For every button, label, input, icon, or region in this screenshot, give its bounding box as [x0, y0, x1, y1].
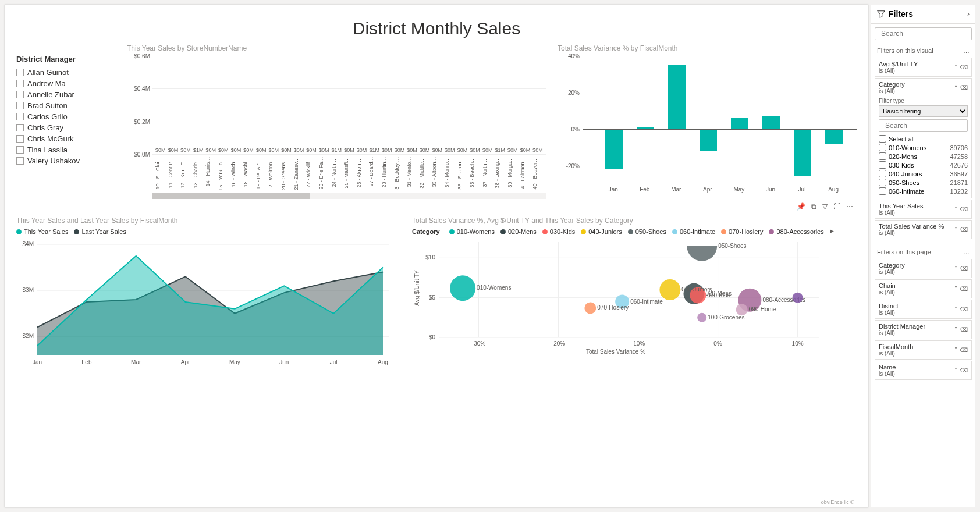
bar-chart-scrollbar[interactable]	[152, 193, 546, 199]
filter-value-row[interactable]: 060-Intimate13232	[879, 187, 968, 195]
chevron-down-icon[interactable]: ˅	[954, 265, 957, 272]
checkbox[interactable]	[879, 152, 886, 160]
clear-icon[interactable]: ⌫	[960, 326, 968, 333]
clear-icon[interactable]: ⌫	[960, 367, 968, 374]
filter-value-row[interactable]: 030-Kids42676	[879, 161, 968, 169]
more-icon[interactable]: ⋯	[846, 202, 853, 211]
slicer-item[interactable]: Carlos Grilo	[16, 111, 115, 122]
more-icon[interactable]: …	[963, 248, 970, 255]
bubble[interactable]	[584, 302, 596, 314]
legend-item[interactable]: Last Year Sales	[74, 228, 126, 235]
bubble[interactable]	[659, 279, 680, 300]
legend-item[interactable]: 020-Mens	[500, 228, 537, 235]
slicer-item[interactable]: Chris Gray	[16, 122, 115, 133]
filter-card[interactable]: Chainis (All)˅⌫	[875, 279, 972, 298]
bar-chart-this-year-sales[interactable]: This Year Sales by StoreNumberName $0.0M…	[127, 44, 546, 207]
bubble[interactable]	[450, 275, 475, 301]
filter-values-search[interactable]	[879, 119, 968, 132]
focus-icon[interactable]: ⛶	[833, 202, 840, 211]
filter-icon[interactable]: ▽	[822, 202, 828, 211]
slicer-item[interactable]: Brad Sutton	[16, 100, 115, 111]
scatter-chart-category[interactable]: 📌 ⧉ ▽ ⛶ ⋯ Total Sales Variance %, Avg $/…	[412, 216, 857, 391]
checkbox[interactable]	[879, 187, 886, 195]
filter-card[interactable]: Avg $/Unit TYis (All)˅⌫	[875, 58, 972, 77]
variance-bar[interactable]	[762, 116, 780, 129]
legend-item[interactable]: 070-Hosiery	[721, 228, 763, 235]
slicer-item[interactable]: Annelie Zubar	[16, 89, 115, 100]
checkbox[interactable]	[879, 161, 886, 169]
clear-icon[interactable]: ⌫	[960, 206, 968, 212]
clear-icon[interactable]: ⌫	[960, 226, 968, 233]
variance-bar[interactable]	[794, 129, 811, 177]
legend-item[interactable]: 050-Shoes	[628, 228, 666, 235]
legend-more-icon[interactable]: ▶	[830, 228, 834, 235]
chevron-down-icon[interactable]: ˅	[954, 306, 957, 312]
legend-item[interactable]: 010-Womens	[449, 228, 495, 235]
filter-value-row[interactable]: 040-Juniors36597	[879, 169, 968, 178]
chevron-down-icon[interactable]: ˅	[954, 367, 957, 374]
filter-value-row[interactable]: 050-Shoes21871	[879, 178, 968, 187]
filter-card[interactable]: This Year Salesis (All)˅⌫	[875, 200, 972, 219]
checkbox-icon[interactable]	[16, 146, 24, 154]
variance-bar[interactable]	[825, 129, 843, 144]
slicer-item[interactable]: Valery Ushakov	[16, 155, 115, 166]
chevron-down-icon[interactable]: ˅	[954, 226, 957, 233]
legend-item[interactable]: 080-Accessories	[769, 228, 823, 235]
checkbox[interactable]	[879, 144, 886, 151]
search-input[interactable]	[885, 122, 972, 130]
filter-card[interactable]: Districtis (All)˅⌫	[875, 300, 972, 319]
slicer-item[interactable]: Chris McGurk	[16, 133, 115, 144]
clear-icon[interactable]: ⌫	[960, 306, 968, 312]
filter-value-row[interactable]: Select all	[879, 134, 968, 143]
filter-value-row[interactable]: 010-Womens39706	[879, 143, 968, 152]
slicer-item[interactable]: Tina Lassila	[16, 144, 115, 155]
checkbox-icon[interactable]	[16, 124, 24, 131]
filter-card[interactable]: District Manageris (All)˅⌫	[875, 320, 972, 339]
copy-icon[interactable]: ⧉	[811, 202, 816, 211]
legend-item[interactable]: 030-Kids	[542, 228, 575, 235]
chevron-down-icon[interactable]: ˅	[954, 326, 957, 333]
chevron-right-icon[interactable]: ›	[967, 10, 970, 18]
legend-item[interactable]: 040-Juniors	[581, 228, 622, 235]
chevron-up-icon[interactable]: ˄	[954, 84, 957, 91]
checkbox[interactable]	[879, 179, 886, 186]
variance-bar[interactable]	[700, 129, 717, 151]
variance-bar[interactable]	[605, 129, 623, 169]
clear-icon[interactable]: ⌫	[960, 84, 968, 91]
filter-card[interactable]: Categoryis (All)˄⌫Filter typeBasic filte…	[875, 78, 972, 198]
chevron-down-icon[interactable]: ˅	[954, 64, 957, 70]
variance-bar-chart[interactable]: Total Sales Variance % by FiscalMonth -2…	[558, 44, 857, 207]
checkbox[interactable]	[879, 135, 886, 143]
bubble[interactable]	[687, 246, 717, 261]
chevron-down-icon[interactable]: ˅	[954, 347, 957, 353]
bubble[interactable]	[697, 313, 706, 322]
filter-card[interactable]: Total Sales Variance %is (All)˅⌫	[875, 220, 972, 239]
checkbox-icon[interactable]	[16, 135, 24, 143]
filter-type-select[interactable]: Basic filtering	[879, 105, 968, 117]
slicer-item[interactable]: Andrew Ma	[16, 78, 115, 89]
more-icon[interactable]: …	[963, 47, 970, 54]
filters-search[interactable]	[875, 27, 972, 40]
clear-icon[interactable]: ⌫	[960, 265, 968, 272]
search-input[interactable]	[881, 30, 968, 38]
pin-icon[interactable]: 📌	[797, 202, 805, 211]
chevron-down-icon[interactable]: ˅	[954, 286, 957, 292]
checkbox-icon[interactable]	[16, 102, 24, 109]
chevron-down-icon[interactable]: ˅	[954, 206, 957, 212]
filter-card[interactable]: Nameis (All)˅⌫	[875, 361, 972, 380]
checkbox-icon[interactable]	[16, 91, 24, 98]
checkbox[interactable]	[879, 170, 886, 177]
slicer-item[interactable]: Allan Guinot	[16, 67, 115, 78]
checkbox-icon[interactable]	[16, 157, 24, 165]
filter-value-row[interactable]: 020-Mens47258	[879, 152, 968, 161]
checkbox-icon[interactable]	[16, 80, 24, 87]
scrollbar-thumb[interactable]	[152, 193, 310, 199]
checkbox-icon[interactable]	[16, 69, 24, 76]
legend-item[interactable]: This Year Sales	[16, 228, 68, 235]
filter-card[interactable]: Categoryis (All)˅⌫	[875, 259, 972, 278]
legend-item[interactable]: 060-Intimate	[672, 228, 715, 235]
checkbox-icon[interactable]	[16, 113, 24, 120]
variance-bar[interactable]	[668, 65, 686, 129]
variance-bar[interactable]	[731, 118, 748, 129]
clear-icon[interactable]: ⌫	[960, 347, 968, 353]
